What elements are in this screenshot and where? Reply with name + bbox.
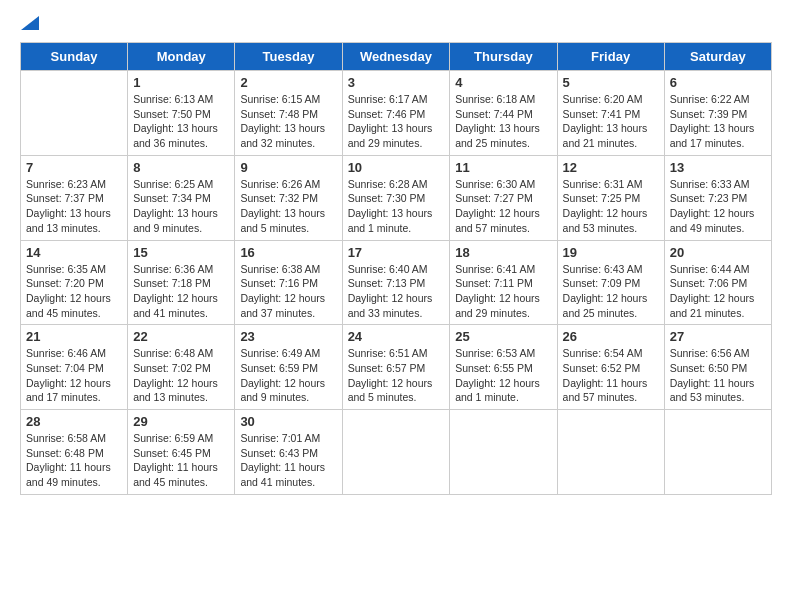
calendar-cell: 29Sunrise: 6:59 AM Sunset: 6:45 PM Dayli… (128, 410, 235, 495)
day-number: 9 (240, 160, 336, 175)
calendar-cell: 21Sunrise: 6:46 AM Sunset: 7:04 PM Dayli… (21, 325, 128, 410)
day-info: Sunrise: 6:28 AM Sunset: 7:30 PM Dayligh… (348, 177, 445, 236)
calendar-week-row: 28Sunrise: 6:58 AM Sunset: 6:48 PM Dayli… (21, 410, 772, 495)
day-info: Sunrise: 6:49 AM Sunset: 6:59 PM Dayligh… (240, 346, 336, 405)
day-info: Sunrise: 6:17 AM Sunset: 7:46 PM Dayligh… (348, 92, 445, 151)
day-info: Sunrise: 6:22 AM Sunset: 7:39 PM Dayligh… (670, 92, 766, 151)
day-number: 29 (133, 414, 229, 429)
calendar-cell (450, 410, 557, 495)
day-number: 17 (348, 245, 445, 260)
day-info: Sunrise: 6:54 AM Sunset: 6:52 PM Dayligh… (563, 346, 659, 405)
day-number: 7 (26, 160, 122, 175)
calendar-cell: 25Sunrise: 6:53 AM Sunset: 6:55 PM Dayli… (450, 325, 557, 410)
calendar-cell: 4Sunrise: 6:18 AM Sunset: 7:44 PM Daylig… (450, 71, 557, 156)
calendar-header-sunday: Sunday (21, 43, 128, 71)
calendar-cell: 17Sunrise: 6:40 AM Sunset: 7:13 PM Dayli… (342, 240, 450, 325)
logo (20, 20, 39, 26)
calendar-cell: 8Sunrise: 6:25 AM Sunset: 7:34 PM Daylig… (128, 155, 235, 240)
day-info: Sunrise: 6:43 AM Sunset: 7:09 PM Dayligh… (563, 262, 659, 321)
day-info: Sunrise: 6:58 AM Sunset: 6:48 PM Dayligh… (26, 431, 122, 490)
calendar-cell: 11Sunrise: 6:30 AM Sunset: 7:27 PM Dayli… (450, 155, 557, 240)
calendar-header-saturday: Saturday (664, 43, 771, 71)
day-info: Sunrise: 7:01 AM Sunset: 6:43 PM Dayligh… (240, 431, 336, 490)
calendar-cell: 1Sunrise: 6:13 AM Sunset: 7:50 PM Daylig… (128, 71, 235, 156)
calendar-cell: 19Sunrise: 6:43 AM Sunset: 7:09 PM Dayli… (557, 240, 664, 325)
calendar-cell: 3Sunrise: 6:17 AM Sunset: 7:46 PM Daylig… (342, 71, 450, 156)
day-number: 22 (133, 329, 229, 344)
day-number: 12 (563, 160, 659, 175)
day-info: Sunrise: 6:25 AM Sunset: 7:34 PM Dayligh… (133, 177, 229, 236)
day-number: 23 (240, 329, 336, 344)
calendar-header-wednesday: Wednesday (342, 43, 450, 71)
day-number: 10 (348, 160, 445, 175)
calendar-header-row: SundayMondayTuesdayWednesdayThursdayFrid… (21, 43, 772, 71)
day-number: 11 (455, 160, 551, 175)
day-number: 4 (455, 75, 551, 90)
day-number: 28 (26, 414, 122, 429)
calendar-cell (664, 410, 771, 495)
calendar-cell: 10Sunrise: 6:28 AM Sunset: 7:30 PM Dayli… (342, 155, 450, 240)
day-info: Sunrise: 6:44 AM Sunset: 7:06 PM Dayligh… (670, 262, 766, 321)
day-info: Sunrise: 6:18 AM Sunset: 7:44 PM Dayligh… (455, 92, 551, 151)
day-number: 19 (563, 245, 659, 260)
day-number: 16 (240, 245, 336, 260)
svg-marker-0 (21, 16, 39, 30)
day-info: Sunrise: 6:31 AM Sunset: 7:25 PM Dayligh… (563, 177, 659, 236)
calendar-cell: 2Sunrise: 6:15 AM Sunset: 7:48 PM Daylig… (235, 71, 342, 156)
day-info: Sunrise: 6:26 AM Sunset: 7:32 PM Dayligh… (240, 177, 336, 236)
calendar-week-row: 21Sunrise: 6:46 AM Sunset: 7:04 PM Dayli… (21, 325, 772, 410)
calendar-cell: 9Sunrise: 6:26 AM Sunset: 7:32 PM Daylig… (235, 155, 342, 240)
day-info: Sunrise: 6:20 AM Sunset: 7:41 PM Dayligh… (563, 92, 659, 151)
day-number: 8 (133, 160, 229, 175)
day-number: 27 (670, 329, 766, 344)
day-info: Sunrise: 6:36 AM Sunset: 7:18 PM Dayligh… (133, 262, 229, 321)
calendar-cell: 27Sunrise: 6:56 AM Sunset: 6:50 PM Dayli… (664, 325, 771, 410)
day-info: Sunrise: 6:56 AM Sunset: 6:50 PM Dayligh… (670, 346, 766, 405)
day-number: 1 (133, 75, 229, 90)
day-info: Sunrise: 6:30 AM Sunset: 7:27 PM Dayligh… (455, 177, 551, 236)
calendar-cell (21, 71, 128, 156)
day-number: 5 (563, 75, 659, 90)
day-number: 20 (670, 245, 766, 260)
calendar-cell: 5Sunrise: 6:20 AM Sunset: 7:41 PM Daylig… (557, 71, 664, 156)
page-header (20, 20, 772, 26)
day-number: 30 (240, 414, 336, 429)
calendar-cell (342, 410, 450, 495)
day-info: Sunrise: 6:15 AM Sunset: 7:48 PM Dayligh… (240, 92, 336, 151)
calendar-header-friday: Friday (557, 43, 664, 71)
calendar-cell: 28Sunrise: 6:58 AM Sunset: 6:48 PM Dayli… (21, 410, 128, 495)
calendar-cell: 18Sunrise: 6:41 AM Sunset: 7:11 PM Dayli… (450, 240, 557, 325)
calendar-cell: 20Sunrise: 6:44 AM Sunset: 7:06 PM Dayli… (664, 240, 771, 325)
day-info: Sunrise: 6:51 AM Sunset: 6:57 PM Dayligh… (348, 346, 445, 405)
calendar-cell: 12Sunrise: 6:31 AM Sunset: 7:25 PM Dayli… (557, 155, 664, 240)
day-info: Sunrise: 6:41 AM Sunset: 7:11 PM Dayligh… (455, 262, 551, 321)
calendar-header-tuesday: Tuesday (235, 43, 342, 71)
calendar-week-row: 7Sunrise: 6:23 AM Sunset: 7:37 PM Daylig… (21, 155, 772, 240)
day-info: Sunrise: 6:48 AM Sunset: 7:02 PM Dayligh… (133, 346, 229, 405)
day-info: Sunrise: 6:38 AM Sunset: 7:16 PM Dayligh… (240, 262, 336, 321)
day-info: Sunrise: 6:13 AM Sunset: 7:50 PM Dayligh… (133, 92, 229, 151)
day-info: Sunrise: 6:33 AM Sunset: 7:23 PM Dayligh… (670, 177, 766, 236)
calendar-cell: 6Sunrise: 6:22 AM Sunset: 7:39 PM Daylig… (664, 71, 771, 156)
logo-icon (21, 16, 39, 30)
day-info: Sunrise: 6:40 AM Sunset: 7:13 PM Dayligh… (348, 262, 445, 321)
calendar-cell: 16Sunrise: 6:38 AM Sunset: 7:16 PM Dayli… (235, 240, 342, 325)
calendar-cell: 14Sunrise: 6:35 AM Sunset: 7:20 PM Dayli… (21, 240, 128, 325)
calendar-cell: 22Sunrise: 6:48 AM Sunset: 7:02 PM Dayli… (128, 325, 235, 410)
calendar-week-row: 14Sunrise: 6:35 AM Sunset: 7:20 PM Dayli… (21, 240, 772, 325)
day-number: 2 (240, 75, 336, 90)
calendar-cell: 13Sunrise: 6:33 AM Sunset: 7:23 PM Dayli… (664, 155, 771, 240)
day-number: 26 (563, 329, 659, 344)
calendar-header-monday: Monday (128, 43, 235, 71)
day-info: Sunrise: 6:59 AM Sunset: 6:45 PM Dayligh… (133, 431, 229, 490)
day-number: 25 (455, 329, 551, 344)
day-number: 13 (670, 160, 766, 175)
calendar-cell: 15Sunrise: 6:36 AM Sunset: 7:18 PM Dayli… (128, 240, 235, 325)
calendar-cell: 24Sunrise: 6:51 AM Sunset: 6:57 PM Dayli… (342, 325, 450, 410)
day-number: 14 (26, 245, 122, 260)
day-number: 15 (133, 245, 229, 260)
day-number: 18 (455, 245, 551, 260)
day-info: Sunrise: 6:53 AM Sunset: 6:55 PM Dayligh… (455, 346, 551, 405)
calendar-cell: 26Sunrise: 6:54 AM Sunset: 6:52 PM Dayli… (557, 325, 664, 410)
calendar-week-row: 1Sunrise: 6:13 AM Sunset: 7:50 PM Daylig… (21, 71, 772, 156)
